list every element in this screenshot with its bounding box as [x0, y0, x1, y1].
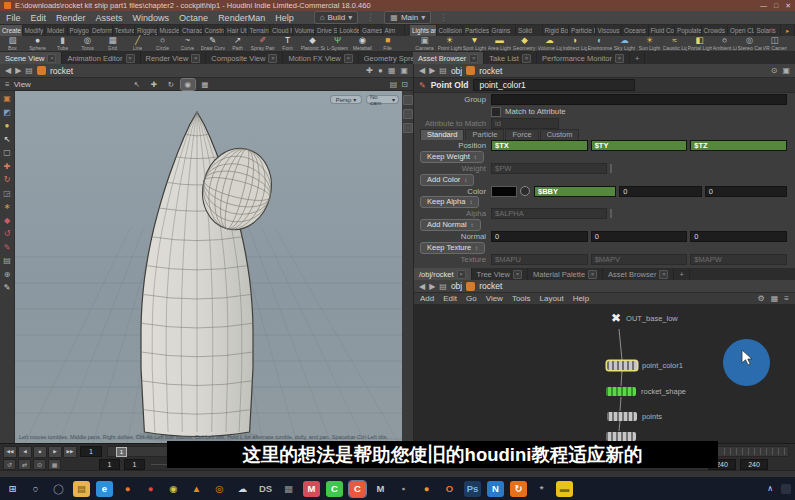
taskbar-icon[interactable]: O: [441, 481, 458, 497]
layout-icon[interactable]: ▣: [782, 66, 790, 75]
loop-button[interactable]: ↺: [3, 459, 16, 470]
window-titlebar[interactable]: E:\downloads\rocket kit ship part1 files…: [0, 0, 795, 11]
gear-icon[interactable]: ⊙: [771, 66, 778, 75]
grid-icon[interactable]: ▦: [771, 294, 779, 303]
color-g-field[interactable]: 0: [619, 186, 701, 197]
pane-tab[interactable]: Material Palette ×: [528, 268, 603, 280]
back-icon[interactable]: ◀: [419, 282, 425, 291]
node-out-base-low[interactable]: ✖ OUT_base_low: [611, 313, 678, 323]
taskbar-icon[interactable]: C: [349, 481, 366, 497]
display-option-icon[interactable]: [403, 123, 413, 133]
taskbar-icon[interactable]: ○: [27, 481, 44, 497]
shelf-tool[interactable]: ▦ Grid: [100, 36, 125, 51]
taskbar-icon[interactable]: ◉: [165, 481, 182, 497]
shelf-tool[interactable]: ☀ Sun Light: [637, 36, 662, 51]
menu-item[interactable]: Edit: [31, 13, 47, 23]
breadcrumb[interactable]: rocket: [50, 66, 73, 76]
taskbar-icon[interactable]: ▤: [73, 481, 90, 497]
tool-icon[interactable]: ✎: [4, 284, 11, 292]
viewport-tool-icon[interactable]: ↻: [164, 79, 178, 90]
shelf-tool[interactable]: ☁ Sky Light: [612, 36, 637, 51]
shelf-tool[interactable]: ◫ VR Camera: [762, 36, 787, 51]
display-option-icon[interactable]: [403, 109, 413, 119]
position-y-field[interactable]: $TY: [591, 140, 688, 151]
taskbar-icon[interactable]: ⊞: [4, 481, 21, 497]
shelf-tool[interactable]: ↗ Path: [225, 36, 250, 51]
pane-tab-menu-icon[interactable]: ×: [588, 270, 597, 279]
keep-alpha-button[interactable]: Keep Alpha ↕: [420, 196, 479, 208]
network-menu-item[interactable]: Edit: [443, 294, 457, 303]
shelf-tab[interactable]: Characters: [180, 25, 203, 36]
color-r-field[interactable]: $BBY: [534, 186, 616, 197]
back-icon[interactable]: ◀: [5, 66, 11, 75]
taskbar-icon[interactable]: N: [487, 481, 504, 497]
taskbar-icon[interactable]: ◯: [50, 481, 67, 497]
maximize-button[interactable]: □: [774, 2, 778, 10]
viewport-3d-canvas[interactable]: Persp ▾ No cam ▾ Left mouse tumbles. Mid…: [15, 91, 402, 443]
tool-icon[interactable]: ↖: [4, 136, 11, 144]
shelf-tool[interactable]: ◉ Metaball: [350, 36, 375, 51]
network-menu-item[interactable]: Layout: [540, 294, 564, 303]
keep-weight-button[interactable]: Keep Weight ↕: [420, 151, 484, 163]
path-list-icon[interactable]: ▤: [439, 282, 447, 291]
shelf-tool[interactable]: ◑ Indirect Light: [562, 36, 587, 51]
shelfset-selector[interactable]: ▦ Main ▾: [384, 11, 431, 24]
shelf-tool[interactable]: ☁ Volume Light: [537, 36, 562, 51]
pane-tab[interactable]: Asset Browser ×: [413, 52, 484, 64]
camera-select-button[interactable]: No cam ▾: [366, 95, 399, 104]
pane-tab-menu-icon[interactable]: ×: [47, 54, 56, 63]
slider-handle[interactable]: [610, 164, 612, 173]
menu-item[interactable]: File: [6, 13, 21, 23]
taskbar-icon[interactable]: ▪: [395, 481, 412, 497]
audio-button[interactable]: ⊙: [33, 459, 46, 470]
network-menu-item[interactable]: Go: [466, 294, 477, 303]
menu-item[interactable]: Windows: [133, 13, 170, 23]
breadcrumb-context[interactable]: obj: [451, 66, 462, 76]
pane-tab[interactable]: Composite View ×: [206, 52, 283, 64]
pane-tab-menu-icon[interactable]: ×: [268, 54, 277, 63]
pane-tab-menu-icon[interactable]: ×: [522, 54, 531, 63]
snapshot-icon[interactable]: ▤: [390, 80, 398, 89]
node-rocket-shape[interactable]: rocket_shape: [606, 387, 686, 396]
taskbar-icon[interactable]: ●: [142, 481, 159, 497]
pane-tab[interactable]: Take List ×: [484, 52, 537, 64]
tool-icon[interactable]: ↺: [4, 230, 11, 238]
tool-icon[interactable]: ▢: [3, 149, 11, 157]
desktop-selector[interactable]: ⌂ Build ▾: [314, 11, 359, 24]
tools-icon[interactable]: ⚙: [758, 294, 765, 303]
global-end-field[interactable]: 240: [740, 459, 768, 470]
node-tile[interactable]: [607, 361, 637, 370]
pane-tab-menu-icon[interactable]: ×: [457, 270, 466, 279]
shelf-tool[interactable]: ☀ Point Light: [437, 36, 462, 51]
parameter-tab[interactable]: Custom: [540, 129, 580, 140]
taskbar-icon[interactable]: ●: [119, 481, 136, 497]
tool-icon[interactable]: ⊕: [4, 271, 11, 279]
parameter-tab[interactable]: Standard: [420, 129, 464, 140]
shelf-tool[interactable]: ▼ Spot Light: [462, 36, 487, 51]
match-attribute-checkbox[interactable]: [491, 107, 501, 117]
pane-tab[interactable]: + ×: [630, 52, 645, 64]
shelf-tool[interactable]: T Font: [275, 36, 300, 51]
shelf-tool[interactable]: ◎ Torus: [75, 36, 100, 51]
viewport-tool-icon[interactable]: ↖: [130, 79, 144, 90]
shelf-tool[interactable]: ◎ Stereo Camera: [737, 36, 762, 51]
shelf-tool[interactable]: ╱ Line: [125, 36, 150, 51]
shelf-tool[interactable]: ◆ Geometry Light: [512, 36, 537, 51]
pane-tab[interactable]: /obj/rocket ×: [414, 268, 472, 280]
shelf-tool[interactable]: ≈ Caustic Light: [662, 36, 687, 51]
taskbar-icon[interactable]: M: [303, 481, 320, 497]
network-menu-item[interactable]: View: [486, 294, 503, 303]
shelf-scroll-arrow-icon[interactable]: ▸: [784, 25, 795, 36]
tool-icon[interactable]: ▤: [3, 257, 11, 265]
rocket-model[interactable]: [15, 91, 402, 443]
network-menu-item[interactable]: Help: [573, 294, 589, 303]
jump-end-button[interactable]: ▶▶: [63, 446, 77, 458]
close-button[interactable]: ✕: [785, 2, 791, 10]
menu-item[interactable]: Assets: [96, 13, 123, 23]
tool-icon[interactable]: ✚: [4, 163, 11, 171]
shelf-tool[interactable]: ◧ Portal Light: [687, 36, 712, 51]
pane-tab[interactable]: + ×: [674, 268, 689, 280]
pane-tab-menu-icon[interactable]: ×: [513, 270, 522, 279]
viewport-tool-icon[interactable]: ✚: [147, 79, 161, 90]
minimize-button[interactable]: —: [760, 2, 767, 10]
